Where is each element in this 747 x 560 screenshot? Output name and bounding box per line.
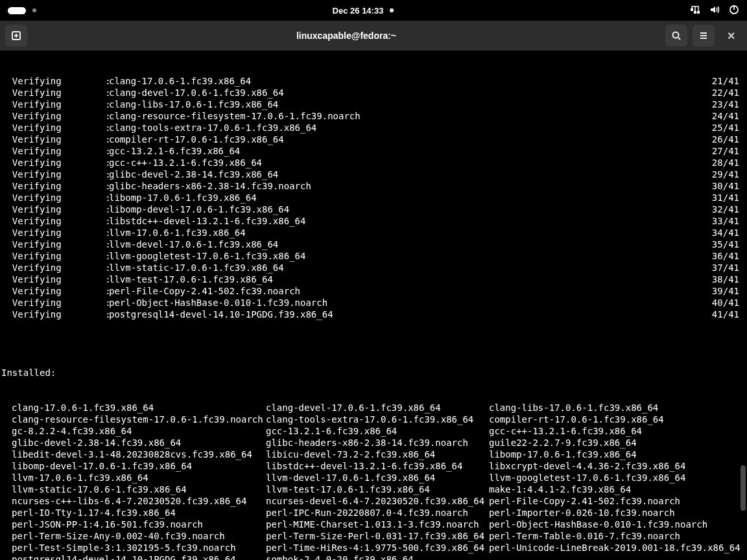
clock-area[interactable]: Dec 26 14:33 (333, 6, 394, 16)
verify-label: Verifying : (1, 145, 109, 157)
verify-label: Verifying : (1, 134, 109, 145)
verify-line: Verifying : libomp-devel-17.0.6-1.fc39.x… (1, 204, 747, 215)
installed-row: perl-Test-Simple-3:1.302195-5.fc39.noarc… (1, 542, 747, 554)
installed-row: clang-17.0.6-1.fc39.x86_64clang-devel-17… (1, 402, 747, 414)
verify-line: Verifying : glibc-devel-2.38-14.fc39.x86… (1, 169, 747, 180)
network-icon[interactable] (690, 5, 700, 17)
installed-row: glibc-devel-2.38-14.fc39.x86_64glibc-hea… (1, 437, 747, 449)
installed-package: gc-8.2.2-4.fc39.x86_64 (1, 425, 266, 437)
verify-line: Verifying : llvm-devel-17.0.6-1.fc39.x86… (1, 239, 747, 250)
verify-package: glibc-devel-2.38-14.fc39.x86_64 (109, 169, 712, 180)
installed-package: perl-MIME-Charset-1.013.1-3.fc39.noarch (266, 519, 489, 530)
verify-line: Verifying : clang-resource-filesystem-17… (1, 110, 747, 122)
verify-line: Verifying : glibc-headers-x86-2.38-14.fc… (1, 180, 747, 192)
volume-icon[interactable] (709, 5, 720, 17)
verify-line: Verifying : llvm-test-17.0.6-1.fc39.x86_… (1, 274, 747, 285)
verify-package: llvm-googletest-17.0.6-1.fc39.x86_64 (109, 250, 712, 262)
scrollbar[interactable] (739, 51, 746, 550)
power-icon[interactable] (729, 5, 739, 17)
svg-line-9 (678, 38, 680, 40)
installed-package: perl-Importer-0.026-10.fc39.noarch (489, 507, 747, 519)
verify-line: Verifying : libomp-17.0.6-1.fc39.x86_643… (1, 192, 747, 204)
verify-package: libstdc++-devel-13.2.1-6.fc39.x86_64 (109, 215, 712, 227)
menu-button[interactable] (693, 25, 715, 47)
verify-line: Verifying : compiler-rt-17.0.6-1.fc39.x8… (1, 134, 747, 145)
svg-rect-0 (691, 8, 693, 11)
verify-package: clang-devel-17.0.6-1.fc39.x86_64 (109, 87, 712, 99)
new-tab-button[interactable] (5, 25, 27, 47)
svg-rect-2 (697, 11, 700, 14)
verify-package: llvm-devel-17.0.6-1.fc39.x86_64 (109, 239, 712, 250)
installed-package: llvm-17.0.6-1.fc39.x86_64 (1, 472, 266, 484)
verify-label: Verifying : (1, 285, 109, 297)
installed-package: clang-tools-extra-17.0.6-1.fc39.x86_64 (266, 414, 489, 425)
activities-area[interactable] (8, 7, 36, 14)
verify-package: clang-tools-extra-17.0.6-1.fc39.x86_64 (109, 122, 712, 134)
verify-line: Verifying : gcc-13.2.1-6.fc39.x86_6427/4… (1, 145, 747, 157)
verify-label: Verifying : (1, 99, 109, 110)
scrollbar-thumb[interactable] (741, 465, 746, 511)
installed-package: gcc-c++-13.2.1-6.fc39.x86_64 (489, 425, 747, 437)
installed-header: Installed: (1, 367, 747, 379)
terminal-titlebar: linuxcapable@fedora:~ ✕ (0, 21, 747, 51)
close-button[interactable]: ✕ (720, 30, 742, 42)
installed-package: ncurses-devel-6.4-7.20230520.fc39.x86_64 (266, 495, 489, 507)
verify-package: gcc-c++-13.2.1-6.fc39.x86_64 (109, 157, 712, 169)
window-title: linuxcapable@fedora:~ (27, 30, 665, 41)
installed-package: libstdc++-devel-13.2.1-6.fc39.x86_64 (266, 460, 489, 472)
installed-package: perl-Test-Simple-3:1.302195-5.fc39.noarc… (1, 542, 266, 554)
verify-label: Verifying : (1, 192, 109, 204)
installed-package: clang-resource-filesystem-17.0.6-1.fc39.… (1, 414, 266, 425)
installed-package: llvm-devel-17.0.6-1.fc39.x86_64 (266, 472, 489, 484)
system-tray[interactable] (690, 5, 739, 17)
installed-package: gcc-13.2.1-6.fc39.x86_64 (266, 425, 489, 437)
verify-package: clang-libs-17.0.6-1.fc39.x86_64 (109, 99, 712, 110)
installed-package: libedit-devel-3.1-48.20230828cvs.fc39.x8… (1, 449, 266, 460)
svg-rect-1 (694, 11, 696, 14)
installed-package: sombok-2.4.0-20.fc39.x86_64 (266, 554, 489, 560)
verify-line: Verifying : clang-libs-17.0.6-1.fc39.x86… (1, 99, 747, 110)
verify-line: Verifying : clang-devel-17.0.6-1.fc39.x8… (1, 87, 747, 99)
search-button[interactable] (665, 25, 687, 47)
activities-pill-icon (8, 7, 26, 14)
verify-label: Verifying : (1, 122, 109, 134)
installed-package: llvm-test-17.0.6-1.fc39.x86_64 (266, 484, 489, 495)
installed-package: perl-File-Copy-2.41-502.fc39.noarch (489, 495, 747, 507)
gnome-topbar: Dec 26 14:33 (0, 0, 747, 21)
verify-label: Verifying : (1, 87, 109, 99)
verify-package: gcc-13.2.1-6.fc39.x86_64 (109, 145, 712, 157)
installed-package: perl-IPC-Run-20220807.0-4.fc39.noarch (266, 507, 489, 519)
installed-package: perl-IO-Tty-1.17-4.fc39.x86_64 (1, 507, 266, 519)
verify-line: Verifying : llvm-17.0.6-1.fc39.x86_6434/… (1, 227, 747, 239)
verify-label: Verifying : (1, 215, 109, 227)
verify-line: Verifying : postgresql14-devel-14.10-1PG… (1, 309, 747, 320)
installed-row: gc-8.2.2-4.fc39.x86_64gcc-13.2.1-6.fc39.… (1, 425, 747, 437)
installed-package (489, 554, 747, 560)
installed-row: libedit-devel-3.1-48.20230828cvs.fc39.x8… (1, 449, 747, 460)
clock-text: Dec 26 14:33 (333, 6, 384, 16)
installed-row: perl-JSON-PP-1:4.16-501.fc39.noarchperl-… (1, 519, 747, 530)
installed-package: perl-Term-Size-Any-0.002-40.fc39.noarch (1, 530, 266, 542)
installed-package: libicu-devel-73.2-2.fc39.x86_64 (266, 449, 489, 460)
verify-line: Verifying : llvm-static-17.0.6-1.fc39.x8… (1, 262, 747, 274)
installed-package: perl-JSON-PP-1:4.16-501.fc39.noarch (1, 519, 266, 530)
verify-package: clang-17.0.6-1.fc39.x86_64 (109, 75, 712, 87)
terminal-content[interactable]: Verifying : clang-17.0.6-1.fc39.x86_6421… (0, 51, 747, 560)
installed-row: clang-resource-filesystem-17.0.6-1.fc39.… (1, 414, 747, 425)
verify-package: postgresql14-devel-14.10-1PGDG.f39.x86_6… (109, 309, 712, 320)
installed-row: perl-Term-Size-Any-0.002-40.fc39.noarchp… (1, 530, 747, 542)
installed-row: ncurses-c++-libs-6.4-7.20230520.fc39.x86… (1, 495, 747, 507)
verify-label: Verifying : (1, 250, 109, 262)
installed-package: libomp-devel-17.0.6-1.fc39.x86_64 (1, 460, 266, 472)
installed-package: clang-libs-17.0.6-1.fc39.x86_64 (489, 402, 747, 414)
installed-package: perl-Term-Size-Perl-0.031-17.fc39.x86_64 (266, 530, 489, 542)
workspace-dot-icon (32, 8, 36, 12)
notification-dot-icon (390, 8, 394, 12)
verify-package: compiler-rt-17.0.6-1.fc39.x86_64 (109, 134, 712, 145)
verify-label: Verifying : (1, 110, 109, 122)
verify-label: Verifying : (1, 274, 109, 285)
installed-row: postgresql14-devel-14.10-1PGDG.f39.x86_6… (1, 554, 747, 560)
installed-package: llvm-googletest-17.0.6-1.fc39.x86_64 (489, 472, 747, 484)
installed-package: perl-Object-HashBase-0.010-1.fc39.noarch (489, 519, 747, 530)
verify-package: llvm-17.0.6-1.fc39.x86_64 (109, 227, 712, 239)
